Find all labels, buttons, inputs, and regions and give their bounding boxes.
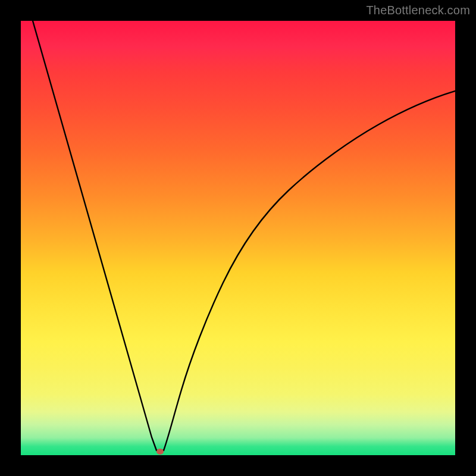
curve-left-branch xyxy=(33,21,156,450)
plot-area xyxy=(21,21,455,455)
minimum-marker xyxy=(156,449,164,455)
curve-right-branch xyxy=(164,91,455,450)
chart-frame: TheBottleneck.com xyxy=(0,0,476,476)
attribution-text: TheBottleneck.com xyxy=(366,4,470,17)
curve-svg xyxy=(21,21,455,455)
